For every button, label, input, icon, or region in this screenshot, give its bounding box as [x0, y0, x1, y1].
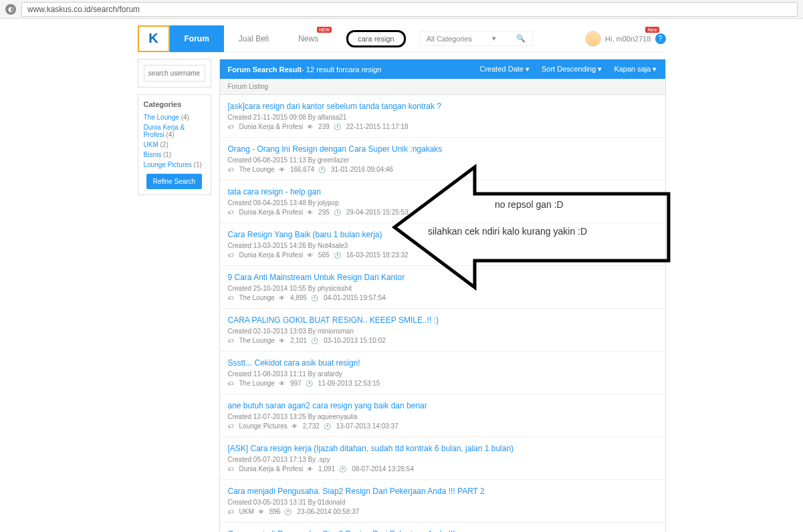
- thread-meta: Created 02-10-2013 13:03 By minionsman: [228, 327, 657, 335]
- clock-icon: [339, 465, 348, 473]
- category-label: All Categories: [427, 35, 472, 43]
- tag-icon: [228, 465, 235, 473]
- category-select[interactable]: All Categories ▾ 🔍: [419, 31, 533, 46]
- site-header: K Forum Jual Beli News NEW cara resign A…: [138, 25, 666, 52]
- refine-search-button[interactable]: Refine Search: [146, 174, 202, 189]
- thread-item: 9 Cara Anti Mainstream Untuk Resign Dari…: [220, 266, 665, 309]
- thread-meta: Created 05-07-2013 17:13 By .spy: [228, 456, 657, 463]
- logo-letter: K: [148, 31, 158, 46]
- clock-icon: [311, 294, 320, 301]
- sidebar-category-item[interactable]: Lounge Pictures (1): [144, 161, 205, 168]
- clock-icon: [334, 251, 342, 259]
- thread-item: [ask]cara resign dari kantor sebelum tan…: [220, 95, 665, 138]
- clock-icon: [334, 209, 342, 216]
- thread-title[interactable]: tata cara resign - help gan: [228, 187, 657, 196]
- clock-icon: [318, 166, 327, 173]
- browser-address-bar: ◐ www.kaskus.co.id/search/forum: [0, 0, 803, 19]
- tag-icon: [228, 422, 235, 430]
- sidebar-category-item[interactable]: The Lounge (4): [144, 114, 205, 121]
- thread-info: UKM89623-06-2014 00:58:37: [228, 508, 657, 515]
- thread-info: The Lounge166,67431-01-2016 09:04:46: [228, 166, 657, 173]
- thread-item: CARA PALING GOKIL BUAT RESIGN.. KEEEP SM…: [220, 309, 665, 352]
- help-icon[interactable]: ?: [655, 33, 666, 44]
- sidebar-category-item[interactable]: Dunia Kerja & Profesi (4): [144, 124, 205, 138]
- tag-icon: [228, 294, 235, 301]
- eye-icon: [279, 294, 286, 301]
- eye-icon: [279, 166, 286, 173]
- tab-jualbeli[interactable]: Jual Beli: [224, 25, 283, 52]
- thread-title[interactable]: [ask]cara resign dari kantor sebelum tan…: [228, 102, 657, 111]
- search-icon[interactable]: 🔍: [516, 34, 526, 43]
- thread-title[interactable]: Orang - Orang Ini Resign dengan Cara Sup…: [228, 144, 657, 154]
- clock-icon: [284, 508, 293, 515]
- result-count: - 12 result for: [302, 65, 345, 74]
- eye-icon: [307, 465, 314, 473]
- thread-info: Dunia Kerja & Profesi23922-11-2015 11:17…: [228, 123, 657, 130]
- thread-meta: Created 03-05-2013 13:31 By 01donald: [228, 499, 657, 506]
- thread-item: [ASK] Cara resign kerja (Ijazah ditahan,…: [220, 437, 665, 480]
- filter-kapan[interactable]: Kapan saja ▾: [614, 65, 657, 74]
- thread-title[interactable]: CARA PALING GOKIL BUAT RESIGN.. KEEEP SM…: [228, 315, 657, 325]
- thread-meta: Created 11-08-2013 11:11 By arafardy: [228, 370, 657, 378]
- new-badge: NEW: [317, 27, 332, 33]
- tab-news-label: News: [298, 34, 318, 43]
- tab-forum[interactable]: Forum: [170, 25, 224, 52]
- thread-meta: Created 13-03-2015 14:26 By Not4sale3: [228, 242, 657, 249]
- thread-info: Dunia Kerja & Profesi29529-04-2015 15:25…: [228, 209, 657, 216]
- search-input[interactable]: cara resign: [346, 30, 405, 47]
- logo[interactable]: K: [138, 25, 170, 52]
- thread-title[interactable]: [ASK] Cara resign kerja (Ijazah ditahan,…: [228, 444, 657, 453]
- clock-icon: [334, 123, 342, 130]
- result-header: Forum Search Result - 12 result for cara…: [220, 59, 665, 79]
- user-new-badge: New: [645, 27, 659, 33]
- chevron-down-icon: ▾: [492, 34, 496, 43]
- thread-item: tata cara resign - help ganCreated 08-04…: [220, 180, 665, 223]
- sidebar: Categories The Lounge (4)Dunia Kerja & P…: [138, 59, 211, 532]
- eye-icon: [279, 380, 286, 387]
- thread-item: Cara menjadi Pengusaha. Siap2 Resign Dar…: [220, 523, 665, 532]
- thread-meta: Created 06-08-2015 11:13 By greenlazer: [228, 156, 657, 164]
- listing-header: Forum Listing: [220, 79, 665, 95]
- thread-item: Cara Resign Yang Baik (baru 1 bulan kerj…: [220, 223, 665, 266]
- filter-created[interactable]: Created Date ▾: [480, 65, 530, 74]
- user-area[interactable]: Hi, m00n2718 New ?: [585, 31, 666, 47]
- tag-icon: [228, 123, 235, 130]
- avatar[interactable]: [585, 31, 601, 47]
- thread-title[interactable]: Cara menjadi Pengusaha. Siap2 Resign Dar…: [228, 487, 657, 496]
- user-greeting: Hi, m00n2718: [605, 35, 651, 43]
- thread-title[interactable]: Cara Resign Yang Baik (baru 1 bulan kerj…: [228, 230, 657, 239]
- thread-meta: Created 12-07-2013 13:25 By aqueenyaulia: [228, 413, 657, 420]
- tag-icon: [228, 380, 235, 387]
- sidebar-category-item[interactable]: UKM (2): [144, 141, 205, 148]
- thread-title[interactable]: ane butuh saran agan2 cara resign yang b…: [228, 401, 657, 410]
- categories-heading: Categories: [144, 100, 205, 108]
- globe-icon: ◐: [5, 4, 16, 15]
- thread-title[interactable]: 9 Cara Anti Mainstream Untuk Resign Dari…: [228, 273, 657, 282]
- username-search-input[interactable]: [144, 65, 205, 82]
- result-term: cara resign: [345, 65, 381, 74]
- eye-icon: [307, 251, 314, 259]
- eye-icon: [292, 422, 299, 430]
- eye-icon: [279, 337, 286, 344]
- tag-icon: [228, 337, 235, 344]
- filter-sort[interactable]: Sort Descending ▾: [542, 65, 602, 74]
- result-title: Forum Search Result: [228, 65, 302, 74]
- sidebar-category-item[interactable]: Bisnis (1): [144, 151, 205, 158]
- tab-news[interactable]: News NEW: [283, 25, 333, 52]
- eye-icon: [307, 209, 314, 216]
- thread-info: The Lounge2,10103-10-2013 15:10:02: [228, 337, 657, 344]
- thread-meta: Created 25-10-2014 10:55 By physicisshit: [228, 285, 657, 292]
- thread-title[interactable]: Ssstt... Cekidot cara asik buat resign!: [228, 358, 657, 368]
- thread-title[interactable]: Cara menjadi Pengusaha. Siap2 Resign Dar…: [228, 529, 657, 532]
- thread-item: Ssstt... Cekidot cara asik buat resign!C…: [220, 352, 665, 394]
- tag-icon: [228, 166, 235, 173]
- thread-info: Dunia Kerja & Profesi56516-03-2015 18:23…: [228, 251, 657, 259]
- thread-item: ane butuh saran agan2 cara resign yang b…: [220, 394, 665, 437]
- thread-meta: Created 08-04-2015 13:48 By jolypop: [228, 199, 657, 207]
- url-input[interactable]: www.kaskus.co.id/search/forum: [21, 2, 798, 17]
- thread-info: Lounge Pictures2,73213-07-2013 14:03:37: [228, 422, 657, 430]
- clock-icon: [311, 337, 320, 344]
- content: Forum Search Result - 12 result for cara…: [219, 59, 666, 532]
- tag-icon: [228, 251, 235, 259]
- clock-icon: [306, 380, 314, 387]
